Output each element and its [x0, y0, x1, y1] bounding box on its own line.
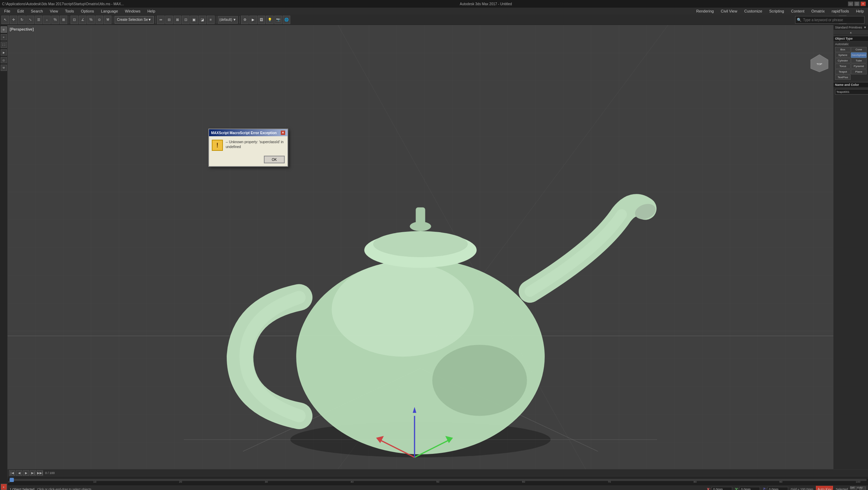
- toolbar-pct-btn[interactable]: %: [87, 16, 95, 24]
- obj-btn-pyramid[interactable]: Pyramid: [851, 64, 867, 69]
- toolbar-align-btn[interactable]: ⊟: [165, 16, 173, 24]
- key-filters-button[interactable]: Key Filters...: [860, 487, 866, 490]
- dialog-ok-button[interactable]: OK: [264, 156, 285, 163]
- toolbar-layer-btn[interactable]: ≡: [207, 16, 215, 24]
- search-input[interactable]: [803, 18, 863, 22]
- svg-point-11: [432, 345, 527, 416]
- timeline-end-btn[interactable]: ▶▶|: [37, 470, 43, 476]
- obj-btn-torus[interactable]: Torus: [835, 64, 851, 69]
- minimize-button[interactable]: ─: [848, 1, 853, 6]
- menu-tools[interactable]: Tools: [63, 8, 76, 14]
- viewport-3d[interactable]: [Perspective] TOP: [8, 25, 833, 469]
- toolbar-tool-btn[interactable]: ⚒: [104, 16, 111, 24]
- toolbar-separator-3: [155, 16, 156, 24]
- menu-content[interactable]: Content: [789, 8, 807, 14]
- sidebar-modify-icon[interactable]: ≡: [1, 34, 7, 40]
- sidebar-bottom-icon[interactable]: ●: [1, 484, 7, 490]
- toolbar-align3-btn[interactable]: ⊡: [182, 16, 190, 24]
- toolbar-env-btn[interactable]: 🌐: [283, 16, 290, 24]
- dialog-close-button[interactable]: ✕: [281, 130, 285, 135]
- default-label: (default): [219, 18, 232, 22]
- left-sidebar: ⊕ ≡ ⛶ ▶ ◎ ⚒ ●: [0, 25, 8, 490]
- obj-btn-textplus[interactable]: TextPlus: [835, 75, 851, 80]
- sidebar-utilities-icon[interactable]: ⚒: [1, 65, 7, 71]
- menu-file[interactable]: File: [2, 8, 12, 14]
- sidebar-motion-icon[interactable]: ▶: [1, 49, 7, 56]
- toolbar-rotate-btn[interactable]: ↻: [18, 16, 26, 24]
- tick-40: 40: [351, 480, 354, 483]
- toolbar-separator-1: [69, 16, 69, 24]
- tick-0: 0: [8, 480, 10, 483]
- menu-language[interactable]: Language: [99, 8, 120, 14]
- z-label: Z:: [763, 487, 766, 490]
- toolbar: ↖ ✛ ↻ ⤡ ☰ ⬦ % ⊞ ⊡ ∠ % ⊙ ⚒ Create Selecti…: [0, 15, 868, 25]
- toolbar-light-btn[interactable]: 💡: [266, 16, 274, 24]
- toolbar-render-setup[interactable]: ⚙: [241, 16, 249, 24]
- obj-btn-teapot[interactable]: Teapot: [835, 69, 851, 74]
- toolbar-select-btn[interactable]: ↖: [1, 16, 9, 24]
- toolbar-render2-btn[interactable]: 🖼: [258, 16, 265, 24]
- maximize-button[interactable]: □: [854, 1, 860, 6]
- close-button[interactable]: ✕: [860, 1, 866, 6]
- tick-10: 10: [93, 480, 97, 483]
- toolbar-scale-btn[interactable]: ⤡: [26, 16, 34, 24]
- create-selection-button[interactable]: Create Selection Se ▼: [115, 16, 154, 24]
- name-color-row: [835, 89, 867, 95]
- timeline-bar[interactable]: 0 10 20 30 40 50 60 70 80 90 100: [8, 479, 868, 486]
- obj-btn-cylinder[interactable]: Cylinder: [835, 58, 851, 63]
- obj-btn-tube[interactable]: Tube: [851, 58, 867, 63]
- svg-text:TOP: TOP: [817, 63, 822, 66]
- menu-view[interactable]: View: [48, 8, 60, 14]
- sidebar-display-icon[interactable]: ◎: [1, 57, 7, 63]
- toolbar-mirror-btn[interactable]: ⇔: [157, 16, 165, 24]
- menu-help2[interactable]: Help: [854, 8, 866, 14]
- auto-key-button[interactable]: Auto Key: [816, 485, 833, 490]
- timeline-start-btn[interactable]: |◀: [9, 470, 15, 476]
- toolbar-angle-btn[interactable]: ∠: [79, 16, 86, 24]
- menu-edit[interactable]: Edit: [15, 8, 26, 14]
- toolbar-btn4[interactable]: ⊞: [60, 16, 67, 24]
- toolbar-ungroup-btn[interactable]: ◪: [199, 16, 206, 24]
- name-color-title: Name and Color: [834, 82, 868, 88]
- toolbar-group-btn[interactable]: ▣: [190, 16, 198, 24]
- menu-civil-view[interactable]: Civil View: [719, 8, 739, 14]
- layer-dropdown[interactable]: (default) ▼: [218, 16, 238, 24]
- menu-options[interactable]: Options: [79, 8, 96, 14]
- set-key-button[interactable]: Set Key...: [851, 487, 857, 490]
- menu-windows[interactable]: Windows: [123, 8, 143, 14]
- toolbar-btn3[interactable]: %: [51, 16, 59, 24]
- toolbar-align2-btn[interactable]: ⊠: [174, 16, 181, 24]
- obj-btn-plane[interactable]: Plane: [851, 69, 867, 74]
- toolbar-render-btn[interactable]: ▶: [249, 16, 257, 24]
- toolbar-spinner-btn[interactable]: ⊙: [95, 16, 103, 24]
- toolbar-snap-btn[interactable]: ⊡: [70, 16, 78, 24]
- panel-scroll-up[interactable]: ▲: [834, 30, 868, 34]
- frame-display: 0 / 100: [45, 471, 55, 475]
- toolbar-btn1[interactable]: ☰: [35, 16, 42, 24]
- timeline-play-btn[interactable]: ▶: [23, 470, 29, 476]
- toolbar-btn2[interactable]: ⬦: [43, 16, 51, 24]
- object-name-field[interactable]: [835, 89, 868, 95]
- obj-btn-cone[interactable]: Cone: [851, 47, 867, 52]
- toolbar-cam-btn[interactable]: 📷: [274, 16, 282, 24]
- search-icon: 🔍: [797, 18, 802, 22]
- obj-btn-box[interactable]: Box: [835, 47, 851, 52]
- sidebar-hierarchy-icon[interactable]: ⛶: [1, 42, 7, 48]
- menu-help[interactable]: Help: [145, 8, 157, 14]
- tick-70: 70: [608, 480, 611, 483]
- svg-rect-15: [416, 207, 425, 228]
- obj-btn-sphere[interactable]: Sphere: [835, 52, 851, 58]
- panel-dropdown-arrow[interactable]: ▼: [863, 26, 867, 29]
- sidebar-create-icon[interactable]: ⊕: [1, 26, 7, 33]
- navigation-cube[interactable]: TOP: [809, 53, 830, 74]
- timeline-next-btn[interactable]: ▶|: [30, 470, 36, 476]
- menu-rendering[interactable]: Rendering: [694, 8, 716, 14]
- timeline-prev-btn[interactable]: ◀: [16, 470, 22, 476]
- menu-search[interactable]: Search: [29, 8, 45, 14]
- obj-btn-geosphere[interactable]: GeoSphere: [851, 52, 867, 58]
- menu-customize[interactable]: Customize: [742, 8, 764, 14]
- toolbar-move-btn[interactable]: ✛: [10, 16, 17, 24]
- menu-omatrix[interactable]: Omatrix: [809, 8, 827, 14]
- menu-rapidtools[interactable]: rapidTools: [829, 8, 851, 14]
- menu-scripting[interactable]: Scripting: [767, 8, 786, 14]
